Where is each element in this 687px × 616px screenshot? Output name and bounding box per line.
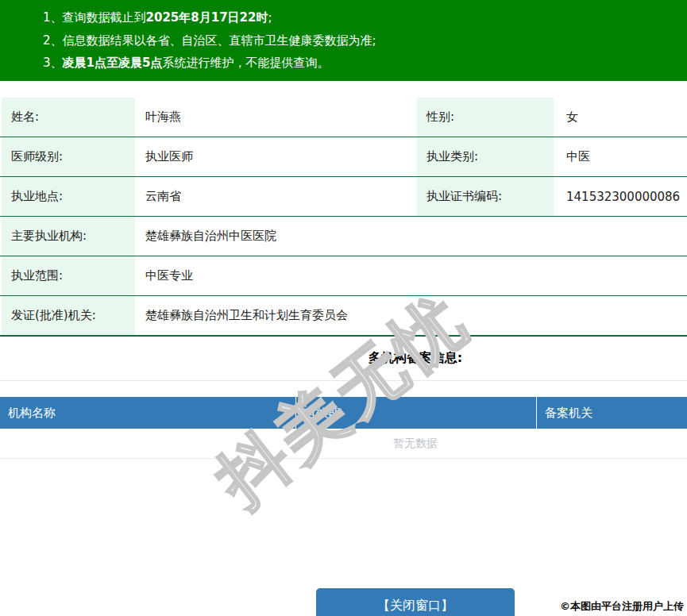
field-value-practice-type: 中医 [554, 137, 687, 176]
notice-line-1-text: 1、查询数据截止到 [43, 10, 146, 25]
table-row: 执业范围: 中医专业 [0, 256, 687, 296]
notice-line-1-bold: 2025年8月17日22时 [146, 10, 268, 25]
field-label-issuing-authority: 发证(批准)机关: [2, 296, 135, 335]
field-value-name: 叶海燕 [135, 98, 417, 137]
notice-line-3-bold: 凌晨1点至凌晨5点 [63, 56, 163, 70]
column-header-institution-name: 机构名称 [0, 397, 295, 429]
field-value-gender: 女 [554, 98, 687, 137]
content-wrapper: 姓名: 叶海燕 性别: 女 医师级别: 执业医师 执业类别: 中医 执业地点: … [0, 98, 687, 616]
field-label-certificate-no: 执业证书编码: [417, 177, 554, 216]
close-window-button[interactable]: 【关闭窗口】 [316, 588, 515, 616]
notice-line-1: 1、查询数据截止到2025年8月17日22时; [43, 6, 687, 29]
field-value-main-institution: 楚雄彝族自治州中医医院 [135, 217, 687, 256]
table-row: 医师级别: 执业医师 执业类别: 中医 [0, 137, 687, 177]
field-value-practice-place: 云南省 [135, 177, 417, 216]
column-header-valid-period: 有效期 [295, 397, 536, 429]
field-value-doctor-level: 执业医师 [135, 137, 417, 176]
field-value-practice-scope: 中医专业 [135, 256, 687, 295]
notice-banner: 1、查询数据截止到2025年8月17日22时; 2、信息数据结果以各省、自治区、… [0, 0, 687, 81]
table-row: 姓名: 叶海燕 性别: 女 [0, 98, 687, 137]
notice-line-3-text: 3、 [43, 56, 63, 70]
empty-data-placeholder: 暂无数据 [0, 429, 687, 459]
field-label-main-institution: 主要执业机构: [2, 217, 135, 256]
field-value-certificate-no: 141532300000086 [554, 177, 687, 216]
multi-org-table: 机构名称 有效期 备案机关 暂无数据 [0, 397, 687, 459]
notice-line-3: 3、凌晨1点至凌晨5点系统进行维护，不能提供查询。 [43, 52, 687, 75]
upload-stamp-text: ©本图由平台注册用户上传 [560, 599, 684, 614]
field-label-practice-place: 执业地点: [2, 177, 135, 216]
doctor-info-table: 姓名: 叶海燕 性别: 女 医师级别: 执业医师 执业类别: 中医 执业地点: … [0, 98, 687, 337]
notice-line-1-tail: ; [268, 10, 272, 25]
notice-line-2: 2、信息数据结果以各省、自治区、直辖市卫生健康委数据为准; [43, 29, 687, 52]
field-value-issuing-authority: 楚雄彝族自治州卫生和计划生育委员会 [135, 296, 687, 335]
table-row: 执业地点: 云南省 执业证书编码: 141532300000086 [0, 177, 687, 217]
field-label-practice-scope: 执业范围: [2, 256, 135, 295]
notice-line-3-tail: 系统进行维护，不能提供查询。 [162, 56, 329, 70]
table-row: 发证(批准)机关: 楚雄彝族自治州卫生和计划生育委员会 [0, 296, 687, 337]
table-row: 主要执业机构: 楚雄彝族自治州中医医院 [0, 217, 687, 256]
notice-line-2-text: 2、信息数据结果以各省、自治区、直辖市卫生健康委数据为准; [43, 33, 376, 48]
field-label-gender: 性别: [417, 98, 554, 137]
field-label-practice-type: 执业类别: [417, 137, 554, 176]
multi-org-table-header: 机构名称 有效期 备案机关 [0, 397, 687, 429]
field-label-doctor-level: 医师级别: [2, 137, 135, 176]
multi-org-section-title: 多机构备案信息: [0, 337, 687, 381]
column-header-record-authority: 备案机关 [536, 397, 687, 429]
field-label-name: 姓名: [2, 98, 135, 137]
